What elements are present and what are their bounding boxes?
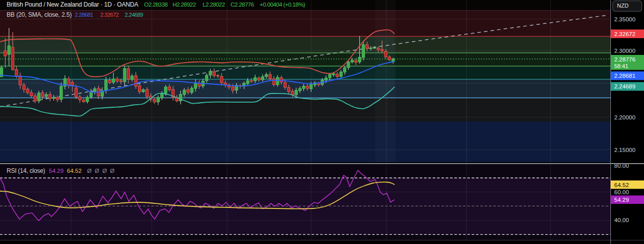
svg-text:+0.00404 (+0.18%): +0.00404 (+0.18%) xyxy=(260,2,305,8)
svg-text:54.29: 54.29 xyxy=(49,168,64,174)
svg-text:O2.28338: O2.28338 xyxy=(144,2,167,8)
svg-text:64.52: 64.52 xyxy=(614,182,629,188)
svg-text:2.28681: 2.28681 xyxy=(75,12,93,18)
svg-text:2.24689: 2.24689 xyxy=(125,12,143,18)
svg-text:Ø: Ø xyxy=(102,168,107,174)
svg-text:BB (20, SMA, close, 2.5): BB (20, SMA, close, 2.5) xyxy=(7,11,72,18)
svg-text:64.52: 64.52 xyxy=(67,168,82,174)
svg-text:2.28776: 2.28776 xyxy=(614,56,636,63)
svg-text:Ø: Ø xyxy=(95,168,99,174)
svg-text:2.30000: 2.30000 xyxy=(614,48,636,54)
svg-text:2.24689: 2.24689 xyxy=(614,83,636,89)
svg-text:2.32672: 2.32672 xyxy=(100,12,119,18)
svg-text:Ø: Ø xyxy=(87,168,92,174)
svg-text:58:41: 58:41 xyxy=(614,63,629,69)
svg-text:2.32672: 2.32672 xyxy=(614,31,636,37)
svg-text:British Pound / New Zealand Do: British Pound / New Zealand Dollar · 1D … xyxy=(7,1,138,8)
svg-text:H2.28922: H2.28922 xyxy=(173,2,196,8)
svg-text:2.20000: 2.20000 xyxy=(614,114,636,120)
svg-text:L2.28022: L2.28022 xyxy=(203,2,225,8)
svg-text:40.00: 40.00 xyxy=(614,217,629,223)
svg-text:C2.28776: C2.28776 xyxy=(231,2,254,8)
svg-text:2.15000: 2.15000 xyxy=(614,147,636,153)
svg-text:54.29: 54.29 xyxy=(614,197,629,203)
svg-text:RSI (14, close): RSI (14, close) xyxy=(7,167,45,174)
svg-text:2.35000: 2.35000 xyxy=(614,16,636,22)
svg-text:2.28681: 2.28681 xyxy=(614,73,636,79)
svg-text:NZD: NZD xyxy=(617,3,629,9)
svg-text:60.00: 60.00 xyxy=(614,189,629,195)
svg-text:Ø: Ø xyxy=(110,168,115,174)
